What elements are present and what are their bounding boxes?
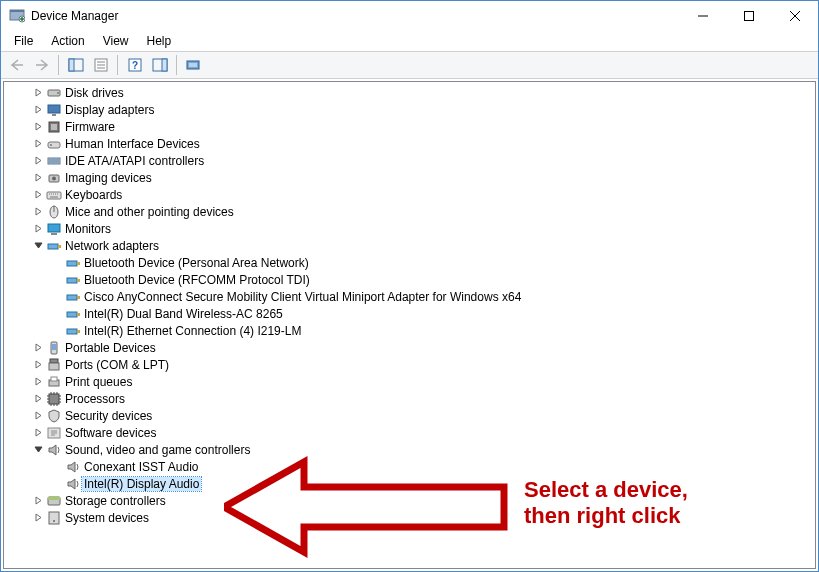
- tree-item[interactable]: Human Interface Devices: [6, 135, 815, 152]
- expander-none: [50, 273, 64, 287]
- sound-icon: [64, 459, 82, 475]
- expander-none: [50, 256, 64, 270]
- chevron-right-icon[interactable]: [31, 205, 45, 219]
- tree-item-label: Firmware: [63, 120, 117, 134]
- tree-item[interactable]: Cisco AnyConnect Secure Mobility Client …: [6, 288, 815, 305]
- tree-item-label: Security devices: [63, 409, 154, 423]
- tree-item-label: Print queues: [63, 375, 134, 389]
- chevron-right-icon[interactable]: [31, 171, 45, 185]
- chevron-down-icon[interactable]: [31, 239, 45, 253]
- tree-item[interactable]: Bluetooth Device (RFCOMM Protocol TDI): [6, 271, 815, 288]
- tree-item[interactable]: Software devices: [6, 424, 815, 441]
- minimize-button[interactable]: [680, 1, 726, 31]
- tree-item[interactable]: Print queues: [6, 373, 815, 390]
- chevron-right-icon[interactable]: [31, 120, 45, 134]
- chevron-right-icon[interactable]: [31, 375, 45, 389]
- device-manager-window: Device Manager File Action View Help: [0, 0, 819, 572]
- chevron-right-icon[interactable]: [31, 222, 45, 236]
- tree-item[interactable]: Ports (COM & LPT): [6, 356, 815, 373]
- menu-action[interactable]: Action: [42, 32, 93, 50]
- tree-item[interactable]: Sound, video and game controllers: [6, 441, 815, 458]
- tree-item[interactable]: Network adapters: [6, 237, 815, 254]
- chevron-right-icon[interactable]: [31, 392, 45, 406]
- forward-button[interactable]: [30, 54, 53, 76]
- chevron-right-icon[interactable]: [31, 137, 45, 151]
- menubar: File Action View Help: [1, 31, 818, 51]
- tree-item[interactable]: Conexant ISST Audio: [6, 458, 815, 475]
- chevron-right-icon[interactable]: [31, 341, 45, 355]
- back-button[interactable]: [5, 54, 28, 76]
- svg-rect-1: [10, 10, 24, 12]
- chevron-right-icon[interactable]: [31, 426, 45, 440]
- toolbar-separator: [117, 55, 118, 75]
- tree-item-label: Conexant ISST Audio: [82, 460, 201, 474]
- chevron-right-icon[interactable]: [31, 358, 45, 372]
- storage-icon: [45, 493, 63, 509]
- tree-item[interactable]: Intel(R) Dual Band Wireless-AC 8265: [6, 305, 815, 322]
- svg-rect-3: [745, 12, 754, 21]
- window-controls: [680, 1, 818, 31]
- tree-item-label: Mice and other pointing devices: [63, 205, 236, 219]
- tree-item[interactable]: Storage controllers: [6, 492, 815, 509]
- tree-item[interactable]: Portable Devices: [6, 339, 815, 356]
- tree-item[interactable]: Imaging devices: [6, 169, 815, 186]
- tree-item[interactable]: Bluetooth Device (Personal Area Network): [6, 254, 815, 271]
- close-button[interactable]: [772, 1, 818, 31]
- tree-item[interactable]: System devices: [6, 509, 815, 526]
- tree-item-label: Intel(R) Dual Band Wireless-AC 8265: [82, 307, 285, 321]
- tree-item[interactable]: Display adapters: [6, 101, 815, 118]
- svg-rect-10: [162, 59, 167, 71]
- toolbar-separator: [176, 55, 177, 75]
- chevron-right-icon[interactable]: [31, 188, 45, 202]
- network-icon: [64, 306, 82, 322]
- chevron-right-icon[interactable]: [31, 511, 45, 525]
- disk-icon: [45, 85, 63, 101]
- menu-file[interactable]: File: [5, 32, 42, 50]
- tree-item[interactable]: Intel(R) Display Audio: [6, 475, 815, 492]
- tree-item[interactable]: Firmware: [6, 118, 815, 135]
- show-hide-console-tree-button[interactable]: [64, 54, 87, 76]
- device-tree[interactable]: Disk drivesDisplay adaptersFirmwareHuman…: [4, 82, 815, 568]
- svg-text:?: ?: [131, 60, 137, 71]
- tree-item-label: Intel(R) Ethernet Connection (4) I219-LM: [82, 324, 303, 338]
- display-icon: [45, 102, 63, 118]
- action-pane-button[interactable]: [148, 54, 171, 76]
- menu-view[interactable]: View: [94, 32, 138, 50]
- chevron-right-icon[interactable]: [31, 494, 45, 508]
- chevron-right-icon[interactable]: [31, 103, 45, 117]
- tree-item-label: Storage controllers: [63, 494, 168, 508]
- tree-item-label: Processors: [63, 392, 127, 406]
- menu-help[interactable]: Help: [138, 32, 181, 50]
- chevron-right-icon[interactable]: [31, 409, 45, 423]
- maximize-button[interactable]: [726, 1, 772, 31]
- tree-item[interactable]: IDE ATA/ATAPI controllers: [6, 152, 815, 169]
- tree-item[interactable]: Processors: [6, 390, 815, 407]
- app-icon: [9, 8, 25, 24]
- tree-item-label: Sound, video and game controllers: [63, 443, 252, 457]
- tree-item[interactable]: Disk drives: [6, 84, 815, 101]
- tree-item[interactable]: Security devices: [6, 407, 815, 424]
- scan-hardware-button[interactable]: [182, 54, 205, 76]
- tree-item[interactable]: Mice and other pointing devices: [6, 203, 815, 220]
- network-icon: [64, 289, 82, 305]
- monitor-icon: [45, 221, 63, 237]
- help-button[interactable]: ?: [123, 54, 146, 76]
- tree-item[interactable]: Intel(R) Ethernet Connection (4) I219-LM: [6, 322, 815, 339]
- tree-item[interactable]: Monitors: [6, 220, 815, 237]
- camera-icon: [45, 170, 63, 186]
- toolbar-separator: [58, 55, 59, 75]
- tree-item[interactable]: Keyboards: [6, 186, 815, 203]
- svg-rect-12: [189, 63, 197, 67]
- portable-icon: [45, 340, 63, 356]
- network-icon: [64, 255, 82, 271]
- chevron-right-icon[interactable]: [31, 154, 45, 168]
- tree-item-label: Software devices: [63, 426, 158, 440]
- network-icon: [64, 323, 82, 339]
- properties-button[interactable]: [89, 54, 112, 76]
- chevron-down-icon[interactable]: [31, 443, 45, 457]
- expander-none: [50, 307, 64, 321]
- chevron-right-icon[interactable]: [31, 86, 45, 100]
- svg-rect-5: [69, 59, 74, 71]
- tree-item-label: Human Interface Devices: [63, 137, 202, 151]
- mouse-icon: [45, 204, 63, 220]
